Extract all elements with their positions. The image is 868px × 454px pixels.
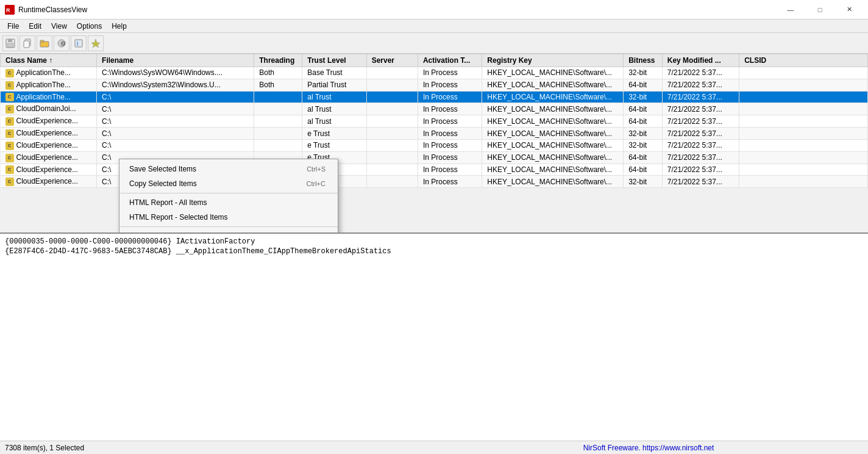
row-class-icon: C (5, 117, 14, 126)
menu-bar: File Edit View Options Help (0, 20, 868, 33)
table-row[interactable]: CCloudExperience...C:\e TrustIn ProcessH… (1, 128, 868, 140)
svg-marker-13 (91, 39, 100, 48)
context-menu-item-save-selected-items[interactable]: Save Selected ItemsCtrl+S (119, 162, 338, 176)
col-filename[interactable]: Filename (97, 54, 254, 67)
toolbar-save[interactable] (2, 35, 18, 51)
table-row[interactable]: CApplicationThe...C:\Windows\System32\Wi… (1, 79, 868, 91)
minimize-button[interactable]: — (777, 0, 805, 20)
col-class-name[interactable]: Class Name ↑ (1, 54, 97, 67)
toolbar-properties[interactable]: ⚙ (54, 35, 69, 51)
svg-text:⚙: ⚙ (60, 40, 66, 47)
context-menu-item-label: HTML Report - Selected Items (129, 213, 228, 222)
table-row[interactable]: CApplicationThe...C:\al TrustIn ProcessH… (1, 91, 868, 103)
svg-text:i: i (77, 40, 78, 47)
col-server[interactable]: Server (366, 54, 418, 67)
table-area: Class Name ↑ Filename Threading Trust Le… (0, 54, 868, 234)
detail-area: {00000035-0000-0000-C000-000000000046} I… (0, 234, 868, 441)
menu-file[interactable]: File (2, 21, 24, 32)
maximize-button[interactable]: □ (806, 0, 834, 20)
context-menu: Save Selected ItemsCtrl+SCopy Selected I… (119, 159, 338, 234)
context-menu-separator (119, 226, 338, 227)
svg-rect-6 (24, 41, 29, 48)
close-button[interactable]: ✕ (835, 0, 863, 20)
table-row[interactable]: CApplicationThe...C:\Windows\SysWOW64\Wi… (1, 67, 868, 79)
toolbar-info[interactable]: i (71, 35, 87, 51)
menu-view[interactable]: View (46, 21, 72, 32)
menu-options[interactable]: Options (72, 21, 107, 32)
svg-rect-8 (40, 40, 44, 42)
row-class-icon: C (5, 105, 14, 114)
svg-rect-4 (7, 43, 13, 47)
row-class-icon: C (5, 142, 14, 150)
row-class-icon: C (5, 165, 14, 174)
toolbar-pin[interactable] (88, 35, 104, 51)
status-bar: 7308 item(s), 1 Selected NirSoft Freewar… (0, 441, 868, 454)
row-class-icon: C (5, 154, 14, 162)
menu-edit[interactable]: Edit (24, 21, 46, 32)
context-menu-item-html-report---all-items[interactable]: HTML Report - All Items (119, 195, 338, 210)
window-title: RuntimeClassesView (18, 5, 777, 14)
context-menu-item-html-report---selected-items[interactable]: HTML Report - Selected Items (119, 210, 338, 225)
context-menu-item-label: Copy Selected Items (129, 179, 197, 188)
svg-rect-11 (75, 40, 82, 47)
main-content: Class Name ↑ Filename Threading Trust Le… (0, 54, 868, 441)
row-class-icon: C (5, 129, 14, 138)
table-row[interactable]: CCloudExperience...C:\e TrustIn ProcessH… (1, 139, 868, 151)
context-menu-item-label: Choose Columns (129, 232, 185, 234)
row-class-icon: C (5, 81, 14, 90)
context-menu-item-shortcut: Ctrl+C (307, 180, 326, 187)
context-menu-item-shortcut: Ctrl+S (307, 165, 326, 173)
svg-rect-3 (8, 39, 12, 42)
app-icon: R (5, 5, 15, 15)
detail-line: {00000035-0000-0000-C000-000000000046} I… (5, 237, 863, 246)
col-trust-level[interactable]: Trust Level (302, 54, 366, 67)
window-controls: — □ ✕ (777, 0, 863, 20)
context-menu-item-copy-selected-items[interactable]: Copy Selected ItemsCtrl+C (119, 176, 338, 191)
col-threading[interactable]: Threading (254, 54, 302, 67)
status-credit: NirSoft Freeware. https://www.nirsoft.ne… (434, 444, 863, 452)
context-menu-item-choose-columns[interactable]: Choose Columns (119, 229, 338, 234)
context-menu-item-label: Save Selected Items (129, 165, 196, 173)
col-bitness[interactable]: Bitness (624, 54, 663, 67)
col-registry-key[interactable]: Registry Key (482, 54, 624, 67)
col-activation[interactable]: Activation T... (418, 54, 482, 67)
row-class-icon: C (5, 178, 14, 186)
table-row[interactable]: CCloudDomainJoi...C:\al TrustIn ProcessH… (1, 103, 868, 115)
table-row[interactable]: CCloudExperience...C:\al TrustIn Process… (1, 115, 868, 128)
context-menu-separator (119, 193, 338, 193)
col-key-modified[interactable]: Key Modified ... (662, 54, 739, 67)
detail-line: {E287F4C6-2D4D-417C-9683-5AEBC3748CAB} _… (5, 247, 863, 256)
toolbar-copy[interactable] (20, 35, 35, 51)
status-item-count: 7308 item(s), 1 Selected (5, 444, 434, 452)
col-clsid[interactable]: CLSID (739, 54, 868, 67)
title-bar: R RuntimeClassesView — □ ✕ (0, 0, 868, 20)
context-menu-item-label: HTML Report - All Items (129, 198, 207, 207)
toolbar-open[interactable] (37, 35, 52, 51)
svg-text:R: R (6, 7, 10, 13)
row-class-icon: C (5, 69, 14, 77)
menu-help[interactable]: Help (107, 21, 132, 32)
toolbar: ⚙ i (0, 33, 868, 54)
row-class-icon: C (5, 93, 14, 101)
